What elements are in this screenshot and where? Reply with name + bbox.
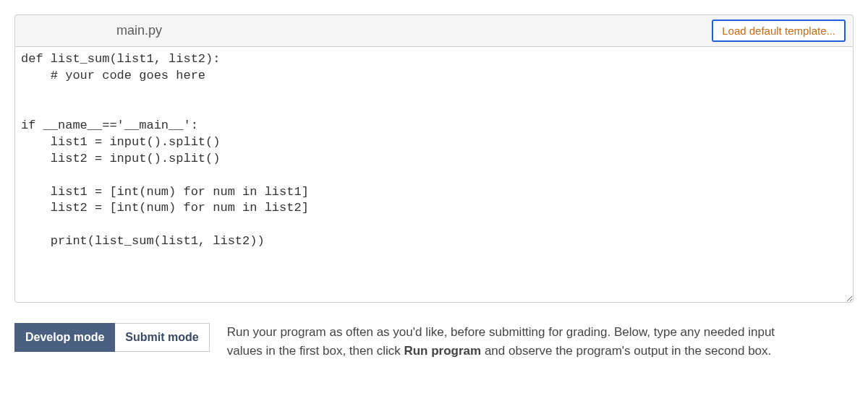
code-editor[interactable]: [14, 46, 854, 303]
mode-buttons: Develop mode Submit mode: [14, 323, 210, 352]
help-post: and observe the program's output in the …: [481, 344, 771, 358]
controls-row: Develop mode Submit mode Run your progra…: [14, 323, 854, 360]
help-text: Run your program as often as you'd like,…: [227, 323, 806, 360]
filename-tab: main.py: [15, 23, 263, 38]
develop-mode-button[interactable]: Develop mode: [14, 323, 115, 352]
help-bold: Run program: [404, 344, 481, 358]
submit-mode-button[interactable]: Submit mode: [115, 323, 209, 352]
editor-container: main.py Load default template... Develop…: [14, 14, 854, 360]
tab-region: main.py: [15, 23, 263, 38]
editor-header: main.py Load default template...: [14, 14, 854, 46]
load-template-button[interactable]: Load default template...: [712, 20, 846, 42]
